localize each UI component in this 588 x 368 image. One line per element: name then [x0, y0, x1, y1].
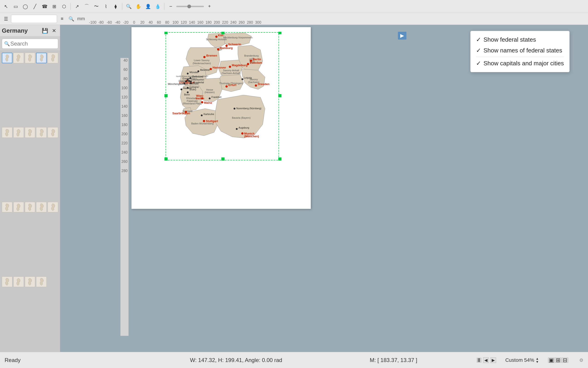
- option-show-federal-states[interactable]: ✓ Show federal states: [476, 34, 564, 45]
- view-mode-1[interactable]: ▣: [548, 358, 554, 363]
- option-show-capitals[interactable]: ✓ Show capitals and major cities: [476, 58, 564, 69]
- menu-button[interactable]: ☰: [2, 15, 10, 23]
- city-dot-munster: [187, 73, 189, 74]
- separator-1: [70, 3, 71, 10]
- wave-tool-button[interactable]: 〜: [92, 2, 100, 10]
- rect-tool-button[interactable]: ▭: [11, 2, 20, 10]
- thumb-svg: [26, 278, 34, 286]
- thumbnail-item[interactable]: [25, 53, 36, 63]
- thumb-svg: [3, 203, 11, 211]
- label-hessen2: (Hessen): [205, 91, 215, 94]
- germany-map: Schleswig-Holstein Mecklenburg-Vorpommer…: [144, 32, 300, 163]
- doc-name-input[interactable]: [11, 15, 57, 23]
- city-dot-augsburg: [236, 128, 238, 130]
- status-dimensions: W: 147.32, H: 199.41, Angle: 0.00 rad: [162, 357, 310, 363]
- option-label-names-federal: Show names of federal states: [483, 47, 562, 54]
- city-label-nuremberg: Nuremberg (Nürnberg): [236, 107, 261, 110]
- pause-button[interactable]: ⏸: [477, 358, 481, 362]
- pan-tool-button[interactable]: ✋: [134, 2, 143, 10]
- view-mode-3[interactable]: ⊟: [562, 358, 568, 363]
- thumbnail-item[interactable]: [13, 127, 24, 138]
- check-icon-federal-states: ✓: [476, 36, 481, 43]
- city-dot-dresden: [255, 84, 257, 87]
- option-divider: [476, 57, 564, 57]
- zoom-thumb[interactable]: [187, 5, 191, 8]
- city-label-mainz: Mainz: [204, 101, 212, 104]
- connect-tool-button[interactable]: ⊞: [50, 2, 58, 10]
- thumb-svg: [3, 129, 11, 137]
- zoom-slider[interactable]: [176, 6, 204, 7]
- line-tool-button[interactable]: ╱: [31, 2, 39, 10]
- list-view-button[interactable]: ≡: [58, 15, 66, 23]
- thumb-svg: [26, 203, 34, 211]
- thumbnail-item[interactable]: [2, 127, 12, 138]
- handle-bl[interactable]: [164, 157, 168, 161]
- thumbnail-item[interactable]: [13, 202, 24, 212]
- zoom-in-plus-button[interactable]: +: [205, 2, 214, 10]
- label-sachsen-anhalt: Saxony-Anhalt: [223, 69, 239, 72]
- thumbnail-item[interactable]: [2, 276, 12, 287]
- thumbnail-item[interactable]: [13, 53, 24, 63]
- thumbnail-item[interactable]: [48, 127, 58, 138]
- prev-page-button[interactable]: ◀: [483, 358, 489, 363]
- city-label-dortmund: Dortmund: [192, 75, 203, 78]
- select-tool-button[interactable]: ↖: [2, 2, 10, 10]
- bezier-tool-button[interactable]: ⌇: [102, 2, 110, 10]
- thumbnail-item[interactable]: [2, 53, 12, 63]
- option-show-names-federal-states[interactable]: ✓ Show names of federal states: [476, 45, 564, 56]
- node-tool-button[interactable]: ⧫: [111, 2, 120, 10]
- zoom-out-button[interactable]: −: [167, 2, 175, 10]
- city-label-hannover: Hannover: [213, 66, 226, 69]
- phone-tool-button[interactable]: ☎: [40, 2, 49, 10]
- thumbnail-item[interactable]: [13, 276, 24, 287]
- thumbnail-item[interactable]: [48, 202, 58, 212]
- thumbnail-item[interactable]: [36, 276, 47, 287]
- search-wrap: 🔍: [2, 39, 58, 49]
- handle-bc[interactable]: [221, 157, 225, 161]
- zoom-level-area: Custom 54% ▲ ▼: [505, 357, 539, 363]
- search-input[interactable]: [2, 39, 58, 49]
- thumbnail-item[interactable]: [36, 53, 47, 63]
- search-button[interactable]: 🔍: [67, 15, 75, 23]
- city-dot-schwerin: [225, 45, 228, 47]
- handle-tl[interactable]: [164, 32, 168, 34]
- city-label-bremen: Bremen: [206, 54, 217, 57]
- handle-mr[interactable]: [278, 94, 282, 97]
- polygon-tool-button[interactable]: ⬡: [60, 2, 68, 10]
- curve-tool-button[interactable]: ⌒: [82, 2, 91, 10]
- panel-save-button[interactable]: 💾: [41, 27, 49, 35]
- thumbnail-item[interactable]: [2, 202, 12, 212]
- zoom-stepper[interactable]: ▲ ▼: [535, 357, 539, 363]
- thumbnail-item[interactable]: [25, 276, 36, 287]
- city-dot-hannover: [210, 68, 212, 70]
- main-layout: Germany 💾 ✕ 🔍: [0, 25, 588, 352]
- city-dot-bonn: [187, 91, 189, 93]
- eyedropper-button[interactable]: 💧: [153, 2, 162, 10]
- thumbnail-item[interactable]: [36, 202, 47, 212]
- arrow-tool-button[interactable]: ↗: [73, 2, 81, 10]
- handle-tr[interactable]: [278, 32, 282, 34]
- ellipse-tool-button[interactable]: ◯: [21, 2, 29, 10]
- city-label-leipzig: Leipzig: [244, 76, 252, 79]
- thumbnail-item[interactable]: [48, 53, 58, 63]
- label-hessen: Hesse: [206, 88, 213, 91]
- handle-br[interactable]: [278, 157, 282, 161]
- handle-ml[interactable]: [164, 94, 168, 97]
- city-label-frankfurt: Frankfurt: [212, 96, 221, 98]
- thumbnail-item[interactable]: [25, 127, 36, 138]
- next-page-button[interactable]: ▶: [490, 358, 496, 363]
- options-panel-toggle[interactable]: ▶: [398, 32, 406, 40]
- handle-tc[interactable]: [221, 32, 225, 34]
- city-label-wiesbaden2: baden: [196, 97, 204, 100]
- settings-icon[interactable]: ⚙: [579, 358, 583, 363]
- search-bar: 🔍: [0, 37, 60, 51]
- zoom-in-button[interactable]: 🔍: [125, 2, 133, 10]
- zoom-label: Custom 54%: [505, 357, 534, 363]
- user-tool-button[interactable]: 👤: [144, 2, 152, 10]
- city-label-bielefeld: Bielefeld: [200, 69, 210, 71]
- canvas-area[interactable]: 40 60 80 100 120 140 160 180 200 220 240…: [60, 25, 588, 352]
- view-mode-2[interactable]: ⊞: [555, 358, 561, 363]
- panel-close-button[interactable]: ✕: [50, 27, 58, 35]
- thumbnail-item[interactable]: [36, 127, 47, 138]
- thumbnail-item[interactable]: [25, 202, 36, 212]
